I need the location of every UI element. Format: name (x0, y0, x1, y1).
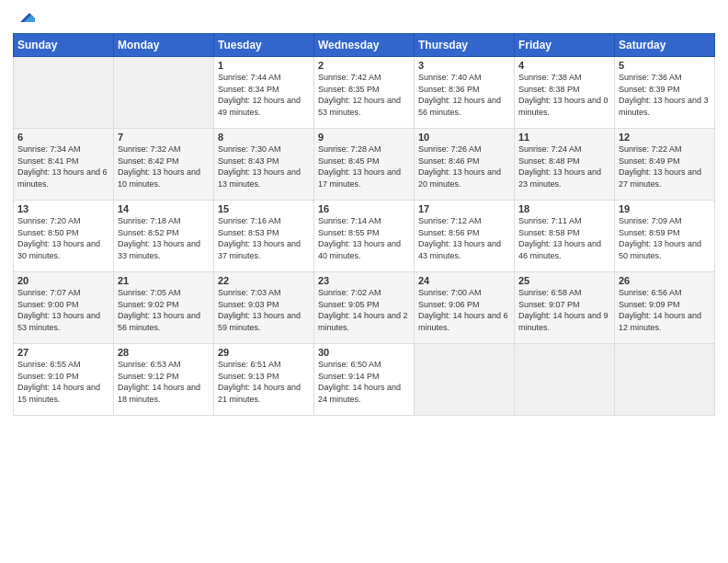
day-info: Sunrise: 7:42 AMSunset: 8:35 PMDaylight:… (318, 72, 410, 118)
day-info: Sunrise: 7:34 AMSunset: 8:41 PMDaylight:… (17, 144, 109, 190)
day-cell: 15Sunrise: 7:16 AMSunset: 8:53 PMDayligh… (214, 201, 314, 272)
day-info: Sunrise: 7:02 AMSunset: 9:05 PMDaylight:… (318, 287, 410, 333)
day-cell: 9Sunrise: 7:28 AMSunset: 8:45 PMDaylight… (314, 129, 415, 201)
day-number: 21 (118, 275, 210, 286)
day-cell: 29Sunrise: 6:51 AMSunset: 9:13 PMDayligh… (214, 344, 314, 416)
day-number: 11 (518, 132, 610, 143)
day-cell: 1Sunrise: 7:44 AMSunset: 8:34 PMDaylight… (214, 57, 314, 129)
day-number: 2 (318, 60, 410, 71)
day-cell: 18Sunrise: 7:11 AMSunset: 8:58 PMDayligh… (515, 201, 615, 272)
day-info: Sunrise: 7:36 AMSunset: 8:39 PMDaylight:… (619, 72, 711, 118)
day-cell (615, 344, 715, 416)
day-cell (14, 57, 114, 129)
weekday-header-row: SundayMondayTuesdayWednesdayThursdayFrid… (14, 34, 715, 57)
day-info: Sunrise: 6:53 AMSunset: 9:12 PMDaylight:… (118, 359, 210, 405)
day-number: 4 (518, 60, 610, 71)
week-row-5: 27Sunrise: 6:55 AMSunset: 9:10 PMDayligh… (14, 344, 715, 416)
day-info: Sunrise: 7:00 AMSunset: 9:06 PMDaylight:… (418, 287, 510, 333)
day-cell: 19Sunrise: 7:09 AMSunset: 8:59 PMDayligh… (615, 201, 715, 272)
day-info: Sunrise: 6:51 AMSunset: 9:13 PMDaylight:… (218, 359, 310, 405)
day-info: Sunrise: 6:55 AMSunset: 9:10 PMDaylight:… (17, 359, 109, 405)
day-number: 12 (619, 132, 711, 143)
day-number: 6 (17, 132, 109, 143)
day-cell: 14Sunrise: 7:18 AMSunset: 8:52 PMDayligh… (114, 201, 214, 272)
day-info: Sunrise: 6:50 AMSunset: 9:14 PMDaylight:… (318, 359, 410, 405)
day-cell: 27Sunrise: 6:55 AMSunset: 9:10 PMDayligh… (14, 344, 114, 416)
day-number: 10 (418, 132, 510, 143)
day-cell: 6Sunrise: 7:34 AMSunset: 8:41 PMDaylight… (14, 129, 114, 201)
day-number: 18 (518, 203, 610, 214)
day-cell: 20Sunrise: 7:07 AMSunset: 9:00 PMDayligh… (14, 272, 114, 344)
day-cell: 25Sunrise: 6:58 AMSunset: 9:07 PMDayligh… (515, 272, 615, 344)
day-info: Sunrise: 7:14 AMSunset: 8:55 PMDaylight:… (318, 215, 410, 261)
day-info: Sunrise: 7:30 AMSunset: 8:43 PMDaylight:… (218, 144, 310, 190)
day-number: 27 (17, 347, 109, 358)
day-number: 9 (318, 132, 410, 143)
day-cell: 24Sunrise: 7:00 AMSunset: 9:06 PMDayligh… (415, 272, 515, 344)
day-number: 14 (118, 203, 210, 214)
day-number: 13 (17, 203, 109, 214)
weekday-header-saturday: Saturday (615, 34, 715, 57)
day-number: 30 (318, 347, 410, 358)
day-info: Sunrise: 7:18 AMSunset: 8:52 PMDaylight:… (118, 215, 210, 261)
weekday-header-wednesday: Wednesday (314, 34, 415, 57)
day-info: Sunrise: 7:28 AMSunset: 8:45 PMDaylight:… (318, 144, 410, 190)
day-number: 22 (218, 275, 310, 286)
day-number: 26 (619, 275, 711, 286)
day-info: Sunrise: 7:32 AMSunset: 8:42 PMDaylight:… (118, 144, 210, 190)
day-cell: 13Sunrise: 7:20 AMSunset: 8:50 PMDayligh… (14, 201, 114, 272)
day-number: 19 (619, 203, 711, 214)
day-number: 16 (318, 203, 410, 214)
week-row-4: 20Sunrise: 7:07 AMSunset: 9:00 PMDayligh… (14, 272, 715, 344)
day-info: Sunrise: 6:58 AMSunset: 9:07 PMDaylight:… (518, 287, 610, 333)
logo (13, 9, 35, 26)
day-number: 1 (218, 60, 310, 71)
day-cell: 26Sunrise: 6:56 AMSunset: 9:09 PMDayligh… (615, 272, 715, 344)
day-number: 3 (418, 60, 510, 71)
day-number: 7 (118, 132, 210, 143)
day-cell: 3Sunrise: 7:40 AMSunset: 8:36 PMDaylight… (415, 57, 515, 129)
day-info: Sunrise: 7:20 AMSunset: 8:50 PMDaylight:… (17, 215, 109, 261)
day-number: 20 (17, 275, 109, 286)
day-cell: 12Sunrise: 7:22 AMSunset: 8:49 PMDayligh… (615, 129, 715, 201)
calendar-table: SundayMondayTuesdayWednesdayThursdayFrid… (13, 33, 715, 416)
day-info: Sunrise: 7:07 AMSunset: 9:00 PMDaylight:… (17, 287, 109, 333)
page-header (13, 9, 715, 26)
day-info: Sunrise: 7:38 AMSunset: 8:38 PMDaylight:… (518, 72, 610, 118)
weekday-header-tuesday: Tuesday (214, 34, 314, 57)
day-cell (515, 344, 615, 416)
day-info: Sunrise: 7:40 AMSunset: 8:36 PMDaylight:… (418, 72, 510, 118)
day-cell (415, 344, 515, 416)
day-number: 15 (218, 203, 310, 214)
day-info: Sunrise: 7:26 AMSunset: 8:46 PMDaylight:… (418, 144, 510, 190)
day-cell: 28Sunrise: 6:53 AMSunset: 9:12 PMDayligh… (114, 344, 214, 416)
day-cell: 10Sunrise: 7:26 AMSunset: 8:46 PMDayligh… (415, 129, 515, 201)
day-number: 25 (518, 275, 610, 286)
day-info: Sunrise: 7:03 AMSunset: 9:03 PMDaylight:… (218, 287, 310, 333)
day-cell: 17Sunrise: 7:12 AMSunset: 8:56 PMDayligh… (415, 201, 515, 272)
day-cell: 8Sunrise: 7:30 AMSunset: 8:43 PMDaylight… (214, 129, 314, 201)
day-info: Sunrise: 7:16 AMSunset: 8:53 PMDaylight:… (218, 215, 310, 261)
day-number: 17 (418, 203, 510, 214)
day-info: Sunrise: 7:09 AMSunset: 8:59 PMDaylight:… (619, 215, 711, 261)
day-cell: 5Sunrise: 7:36 AMSunset: 8:39 PMDaylight… (615, 57, 715, 129)
logo-icon (15, 9, 35, 26)
day-cell: 11Sunrise: 7:24 AMSunset: 8:48 PMDayligh… (515, 129, 615, 201)
day-cell (114, 57, 214, 129)
day-number: 23 (318, 275, 410, 286)
day-number: 5 (619, 60, 711, 71)
weekday-header-monday: Monday (114, 34, 214, 57)
day-cell: 4Sunrise: 7:38 AMSunset: 8:38 PMDaylight… (515, 57, 615, 129)
day-cell: 7Sunrise: 7:32 AMSunset: 8:42 PMDaylight… (114, 129, 214, 201)
weekday-header-friday: Friday (515, 34, 615, 57)
day-info: Sunrise: 7:22 AMSunset: 8:49 PMDaylight:… (619, 144, 711, 190)
day-info: Sunrise: 7:24 AMSunset: 8:48 PMDaylight:… (518, 144, 610, 190)
week-row-1: 1Sunrise: 7:44 AMSunset: 8:34 PMDaylight… (14, 57, 715, 129)
day-info: Sunrise: 7:11 AMSunset: 8:58 PMDaylight:… (518, 215, 610, 261)
day-cell: 2Sunrise: 7:42 AMSunset: 8:35 PMDaylight… (314, 57, 415, 129)
day-info: Sunrise: 7:05 AMSunset: 9:02 PMDaylight:… (118, 287, 210, 333)
weekday-header-sunday: Sunday (14, 34, 114, 57)
day-cell: 30Sunrise: 6:50 AMSunset: 9:14 PMDayligh… (314, 344, 415, 416)
day-number: 24 (418, 275, 510, 286)
day-info: Sunrise: 7:44 AMSunset: 8:34 PMDaylight:… (218, 72, 310, 118)
